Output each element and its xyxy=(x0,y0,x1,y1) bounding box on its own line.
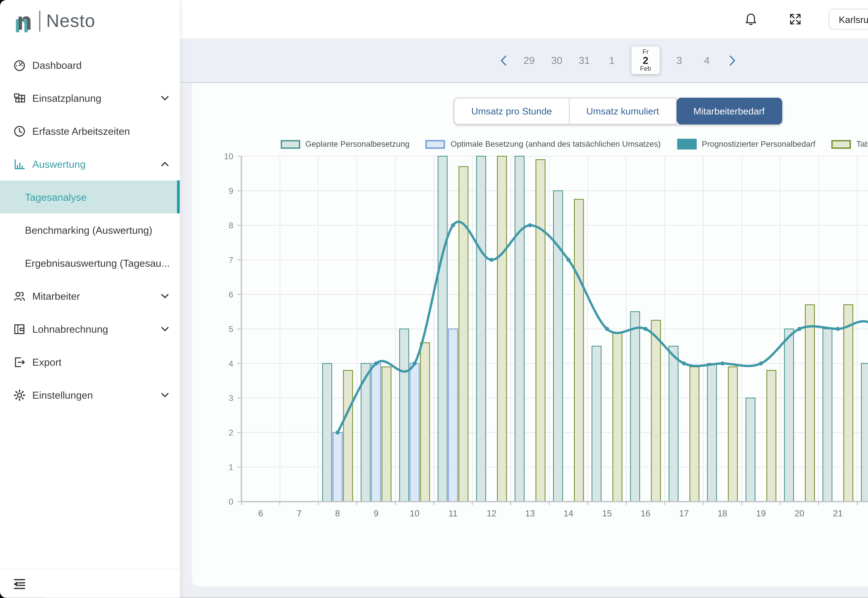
legend-item-geplante-personalbesetzung[interactable]: Geplante Personalbesetzung xyxy=(280,139,409,150)
sidebar-item-export[interactable]: Export xyxy=(0,345,180,378)
sidebar-item-label: Auswertung xyxy=(32,158,85,170)
legend-label: Tatsächliche Personalbesetzung xyxy=(856,139,868,149)
legend-item-prognostizierter-personalbedarf[interactable]: Prognostizierter Personalbedarf xyxy=(677,139,816,150)
logo-name: Nesto xyxy=(46,10,95,31)
sidebar-item-einsatzplanung[interactable]: Einsatzplanung xyxy=(0,81,180,114)
legend-swatch xyxy=(677,139,696,150)
sidebar-item-label: Mitarbeiter xyxy=(32,290,80,302)
sidebar-item-label: Tagesanalyse xyxy=(25,191,87,203)
legend-swatch xyxy=(832,140,851,148)
sidebar-nav: Dashboard Einsatzplanung Erfasste Arbeit… xyxy=(0,48,180,411)
sidebar-item-label: Benchmarking (Auswertung) xyxy=(25,224,152,236)
date-option[interactable]: 30 xyxy=(547,55,566,66)
legend-label: Geplante Personalbesetzung xyxy=(305,139,409,149)
selected-date-month: Feb xyxy=(640,66,651,72)
export-icon xyxy=(13,356,26,368)
legend-swatch xyxy=(426,140,445,148)
chevron-up-icon xyxy=(161,161,169,167)
chart-legend: Geplante Personalbesetzung Optimale Bese… xyxy=(241,139,868,150)
prev-day-chevron-icon[interactable] xyxy=(496,55,511,66)
app-window: nn Nesto Dashboard Einsatzplanung xyxy=(0,0,868,598)
gear-icon xyxy=(13,389,26,401)
people-icon xyxy=(13,290,26,302)
fullscreen-expand-icon[interactable] xyxy=(790,0,801,38)
view-tabs: Umsatz pro Stunde Umsatz kumuliert Mitar… xyxy=(454,97,782,124)
legend-label: Prognostizierter Personalbedarf xyxy=(702,139,816,149)
topbar: Karlsruhe xyxy=(180,0,868,38)
sidebar-item-dashboard[interactable]: Dashboard xyxy=(0,48,180,81)
tab-umsatz-pro-stunde[interactable]: Umsatz pro Stunde xyxy=(454,97,569,124)
sidebar-footer xyxy=(0,569,180,598)
sidebar-item-label: Lohnabrechnung xyxy=(32,323,108,335)
wallet-icon xyxy=(13,323,26,335)
date-option[interactable]: 1 xyxy=(602,55,621,66)
chevron-down-icon xyxy=(161,293,169,299)
speedometer-icon xyxy=(13,59,26,71)
sidebar-item-label: Ergebnisauswertung (Tagesau... xyxy=(25,257,170,269)
sidebar-item-auswertung[interactable]: Auswertung xyxy=(0,147,180,180)
sidebar-item-label: Dashboard xyxy=(32,59,82,71)
sidebar-item-label: Export xyxy=(32,356,61,368)
sidebar-item-tagesanalyse[interactable]: Tagesanalyse xyxy=(0,180,180,214)
date-navigation-band: 29 30 31 1 Fr 2 Feb 3 4 xyxy=(180,38,868,83)
date-option[interactable]: 3 xyxy=(670,55,689,66)
sidebar-item-benchmarking[interactable]: Benchmarking (Auswertung) xyxy=(0,214,180,247)
date-option[interactable]: 29 xyxy=(520,55,539,66)
tab-umsatz-kumuliert[interactable]: Umsatz kumuliert xyxy=(569,97,677,124)
notifications-bell-icon[interactable] xyxy=(745,0,757,38)
content-area xyxy=(180,83,868,598)
location-selector-value: Karlsruhe xyxy=(839,14,868,24)
legend-label: Optimale Besetzung (anhand des tatsächli… xyxy=(451,139,661,149)
collapse-sidebar-icon[interactable] xyxy=(13,578,26,589)
legend-swatch xyxy=(280,140,300,148)
date-navigation: 29 30 31 1 Fr 2 Feb 3 4 xyxy=(496,46,740,74)
sidebar-item-label: Einstellungen xyxy=(32,389,93,401)
planning-grid-icon xyxy=(13,92,26,104)
tab-mitarbeiterbedarf[interactable]: Mitarbeiterbedarf xyxy=(677,97,782,124)
sidebar-item-label: Einsatzplanung xyxy=(32,92,102,104)
sidebar-item-erfasste-arbeitszeiten[interactable]: Erfasste Arbeitszeiten xyxy=(0,114,180,147)
chevron-down-icon xyxy=(161,392,169,398)
bar-chart-icon xyxy=(13,158,26,170)
date-option[interactable]: 31 xyxy=(575,55,594,66)
date-option[interactable]: 4 xyxy=(697,55,716,66)
selected-date-weekday: Fr xyxy=(642,48,648,55)
logo-divider xyxy=(39,10,40,31)
chevron-down-icon xyxy=(161,326,169,332)
sidebar-item-einstellungen[interactable]: Einstellungen xyxy=(0,378,180,411)
sidebar: nn Nesto Dashboard Einsatzplanung xyxy=(0,0,180,598)
sidebar-item-lohnabrechnung[interactable]: Lohnabrechnung xyxy=(0,312,180,345)
location-selector[interactable]: Karlsruhe xyxy=(829,9,868,30)
chart-card xyxy=(192,83,868,586)
clock-icon xyxy=(13,125,26,137)
legend-item-tatsaechliche-personalbesetzung[interactable]: Tatsächliche Personalbesetzung xyxy=(832,139,868,150)
selected-date-day: 2 xyxy=(643,55,648,66)
app-logo: nn Nesto xyxy=(0,0,180,42)
chevron-down-icon xyxy=(161,95,169,101)
sidebar-item-label: Erfasste Arbeitszeiten xyxy=(32,125,130,137)
selected-date[interactable]: Fr 2 Feb xyxy=(631,46,660,74)
sidebar-item-ergebnisauswertung[interactable]: Ergebnisauswertung (Tagesau... xyxy=(0,247,180,280)
sidebar-item-mitarbeiter[interactable]: Mitarbeiter xyxy=(0,280,180,312)
legend-item-optimale-besetzung[interactable]: Optimale Besetzung (anhand des tatsächli… xyxy=(426,139,661,150)
next-day-chevron-icon[interactable] xyxy=(725,55,740,66)
logo-mark: nn xyxy=(17,8,32,33)
main-area: Karlsruhe 29 30 31 1 Fr 2 Feb xyxy=(180,0,868,598)
